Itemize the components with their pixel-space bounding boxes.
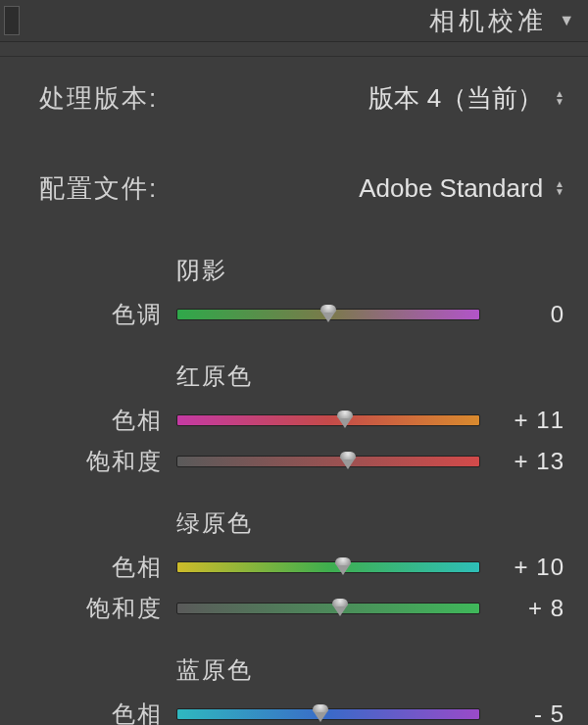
process-version-value: 版本 4（当前）	[368, 81, 543, 116]
slider-thumb-icon	[330, 599, 350, 616]
green-sat-slider[interactable]	[176, 597, 480, 620]
shadows-tint-slider[interactable]	[176, 303, 480, 326]
blue-section: 蓝原色 色相 - 5 饱和度 + 13	[0, 639, 588, 725]
process-version-dropdown[interactable]: 版本 4（当前） ▲▼	[368, 81, 564, 116]
slider-thumb-icon	[333, 557, 353, 575]
red-hue-label: 色相	[39, 405, 176, 436]
green-hue-label: 色相	[39, 552, 176, 583]
green-sat-row: 饱和度 + 8	[39, 588, 564, 629]
slider-thumb-icon	[338, 452, 358, 469]
green-hue-row: 色相 + 10	[39, 547, 564, 588]
panel-title: 相机校准	[429, 4, 547, 38]
red-sat-value[interactable]: + 13	[480, 448, 564, 475]
green-sat-value[interactable]: + 8	[480, 595, 564, 622]
shadows-tint-label: 色调	[39, 299, 176, 330]
red-hue-row: 色相 + 11	[39, 400, 564, 441]
blue-hue-label: 色相	[39, 699, 176, 725]
red-section: 红原色 色相 + 11 饱和度 + 13	[0, 345, 588, 492]
shadows-tint-row: 色调 0	[39, 294, 564, 335]
green-sat-label: 饱和度	[39, 593, 176, 624]
profile-label: 配置文件:	[39, 171, 359, 206]
shadows-section: 阴影 色调 0	[0, 239, 588, 345]
profile-row: 配置文件: Adobe Standard ▲▼	[0, 157, 588, 219]
camera-calibration-panel: 相机校准 ▼ 处理版本: 版本 4（当前） ▲▼ 配置文件: Adobe Sta…	[0, 0, 588, 725]
red-sat-row: 饱和度 + 13	[39, 441, 564, 482]
green-title: 绿原色	[176, 508, 564, 539]
red-sat-slider[interactable]	[176, 450, 480, 473]
slider-thumb-icon	[318, 305, 338, 322]
panel-collapse-icon[interactable]: ▼	[559, 12, 574, 29]
process-version-label: 处理版本:	[39, 81, 368, 116]
panel-corner-handle[interactable]	[4, 6, 20, 35]
profile-dropdown[interactable]: Adobe Standard ▲▼	[359, 173, 564, 204]
updown-icon: ▲▼	[555, 180, 564, 196]
red-hue-slider[interactable]	[176, 409, 480, 432]
red-sat-label: 饱和度	[39, 446, 176, 477]
blue-title: 蓝原色	[176, 654, 564, 686]
slider-thumb-icon	[335, 411, 355, 428]
process-version-row: 处理版本: 版本 4（当前） ▲▼	[0, 56, 588, 129]
slider-thumb-icon	[311, 704, 330, 722]
shadows-tint-value[interactable]: 0	[480, 301, 564, 328]
green-section: 绿原色 色相 + 10 饱和度 + 8	[0, 492, 588, 639]
blue-hue-row: 色相 - 5	[39, 694, 564, 725]
profile-value: Adobe Standard	[359, 173, 543, 204]
panel-header: 相机校准 ▼	[0, 0, 588, 42]
red-hue-value[interactable]: + 11	[480, 407, 564, 434]
blue-hue-slider[interactable]	[176, 702, 480, 725]
updown-icon: ▲▼	[555, 90, 564, 106]
red-title: 红原色	[176, 361, 564, 392]
shadows-title: 阴影	[176, 255, 564, 286]
blue-hue-value[interactable]: - 5	[480, 701, 564, 725]
green-hue-value[interactable]: + 10	[480, 554, 564, 581]
green-hue-slider[interactable]	[176, 556, 480, 579]
